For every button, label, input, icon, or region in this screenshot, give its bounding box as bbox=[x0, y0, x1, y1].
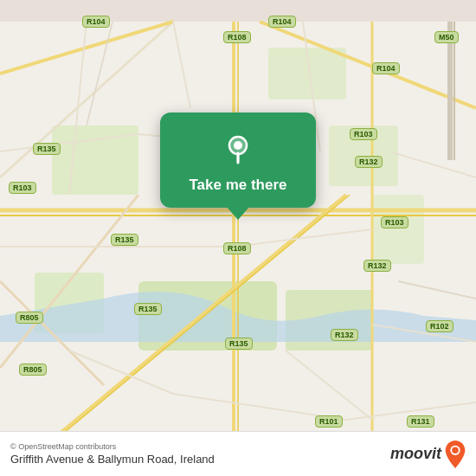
road-badge-R131_lower_right: R131 bbox=[407, 415, 434, 428]
popup-label: Take me there bbox=[189, 177, 286, 194]
road-badge-R103_left: R103 bbox=[9, 182, 36, 194]
road-badge-R135_mid: R135 bbox=[111, 234, 138, 246]
road-badge-R135_left_upper: R135 bbox=[33, 143, 61, 155]
road-badge-R104_top_center: R104 bbox=[268, 16, 296, 28]
svg-rect-7 bbox=[372, 195, 424, 264]
bottom-left: © OpenStreetMap contributors Griffith Av… bbox=[10, 442, 215, 466]
osm-attribution: © OpenStreetMap contributors bbox=[10, 442, 215, 451]
road-badge-R103_right: R103 bbox=[381, 216, 408, 228]
bottom-bar: © OpenStreetMap contributors Griffith Av… bbox=[0, 431, 476, 476]
road-badge-R132_right_lower: R132 bbox=[331, 329, 358, 341]
svg-point-40 bbox=[234, 141, 242, 150]
road-badge-R135_lower_left: R135 bbox=[134, 303, 162, 315]
road-badge-R132_right_upper: R132 bbox=[355, 156, 383, 168]
road-badge-R101_lower: R101 bbox=[315, 415, 343, 428]
road-badge-R805_left: R805 bbox=[16, 312, 43, 324]
road-badge-R135_lower_mid: R135 bbox=[225, 338, 253, 350]
road-badge-R104_top_left: R104 bbox=[82, 16, 110, 28]
map-background bbox=[0, 0, 476, 476]
road-badge-R104_right: R104 bbox=[372, 62, 400, 74]
moovit-logo: moovit bbox=[390, 441, 466, 468]
svg-point-44 bbox=[452, 447, 459, 453]
location-popup[interactable]: Take me there bbox=[160, 113, 316, 208]
moovit-pin-icon bbox=[445, 441, 466, 468]
road-badge-M50_top_right: M50 bbox=[434, 31, 459, 43]
road-badge-R103_top_right: R103 bbox=[350, 128, 377, 140]
moovit-text: moovit bbox=[390, 445, 441, 463]
map-container: R104R104R104R108R108R108R103R103R103R135… bbox=[0, 0, 476, 476]
road-badge-R805_lower_left: R805 bbox=[19, 363, 47, 376]
road-badge-R102_right: R102 bbox=[426, 320, 453, 332]
location-pin-icon bbox=[219, 130, 257, 168]
road-badge-R108_lower: R108 bbox=[223, 242, 251, 254]
road-badge-R108_top: R108 bbox=[223, 31, 251, 43]
road-badge-R132_right_mid: R132 bbox=[363, 260, 391, 272]
location-name: Griffith Avenue & Ballymun Road, Ireland bbox=[10, 453, 215, 466]
